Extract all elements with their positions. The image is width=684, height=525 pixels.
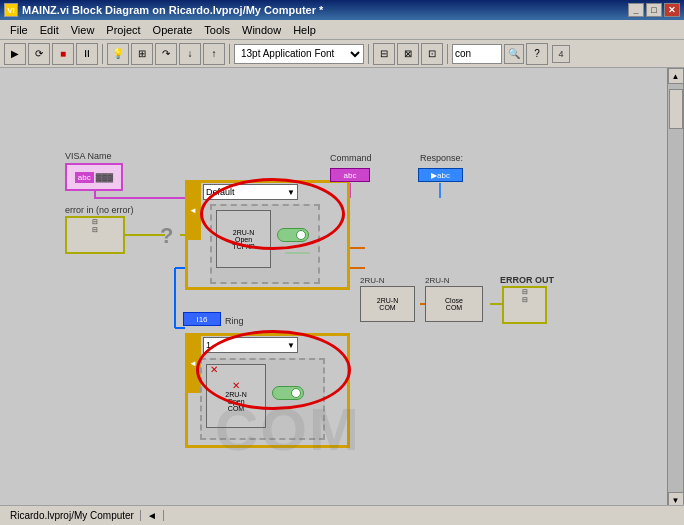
visa-name-label: VISA Name <box>65 151 112 161</box>
top-open-label: Open <box>235 236 252 243</box>
vertical-scrollbar[interactable]: ▲ ▼ <box>667 68 683 505</box>
response-abc: ▶abc <box>431 171 450 180</box>
x-mark1: ✕ <box>232 380 240 391</box>
step-into-button[interactable]: ↓ <box>179 43 201 65</box>
visa-abc-badge: abc <box>75 172 94 183</box>
sep3 <box>368 44 369 64</box>
scroll-down-button[interactable]: ▼ <box>668 492 684 505</box>
num-dropdown[interactable]: 1 ▼ <box>203 337 298 353</box>
title-bar-left: VI MAINZ.vi Block Diagram on Ricardo.lvp… <box>4 3 323 17</box>
scroll-track[interactable] <box>668 84 683 492</box>
highlight-button[interactable]: 💡 <box>107 43 129 65</box>
scroll-indicator: ◄ <box>141 510 164 521</box>
retain-wire-button[interactable]: ⊞ <box>131 43 153 65</box>
toolbar: ▶ ⟳ ■ ⏸ 💡 ⊞ ↷ ↓ ↑ 13pt Application Font … <box>0 40 684 68</box>
error-in-node: ⊟⊟ <box>65 216 125 254</box>
search-input[interactable] <box>452 44 502 64</box>
menu-file[interactable]: File <box>4 22 34 38</box>
status-bar: Ricardo.lvproj/My Computer ◄ <box>0 505 684 525</box>
command-indicator: abc <box>330 168 370 182</box>
title-bar: VI MAINZ.vi Block Diagram on Ricardo.lvp… <box>0 0 684 20</box>
app-icon: VI <box>4 3 18 17</box>
close-com-block: Close COM <box>425 286 483 322</box>
project-path: Ricardo.lvproj/My Computer <box>4 510 141 521</box>
bot-inner-block: ✕ 2RU-N Open COM ✕ <box>200 358 325 440</box>
help-button[interactable]: ? <box>526 43 548 65</box>
response-indicator: ▶abc <box>418 168 463 182</box>
error-in-content: ⊟⊟ <box>67 218 123 233</box>
mid-com-text: COM <box>379 304 395 311</box>
bot-2run-inner: 2RU-N <box>225 391 246 398</box>
font-select[interactable]: 13pt Application Font <box>234 44 364 64</box>
menu-bar: File Edit View Project Operate Tools Win… <box>0 20 684 40</box>
default-dropdown[interactable]: Default ▼ <box>203 184 298 200</box>
i16-text: I16 <box>196 315 207 324</box>
top-tcpip-label: TCP/IP <box>232 243 255 250</box>
scroll-up-button[interactable]: ▲ <box>668 68 684 84</box>
question-mark-symbol: ? <box>160 223 173 249</box>
close-label: Close <box>445 297 463 304</box>
num-dropdown-arrow: ▼ <box>287 341 295 350</box>
menu-help[interactable]: Help <box>287 22 322 38</box>
menu-tools[interactable]: Tools <box>198 22 236 38</box>
default-value: Default <box>206 187 235 197</box>
bot-case-arrow: ◄ <box>189 359 197 368</box>
visa-value-text: ▓▓▓ <box>96 173 114 182</box>
bot-case-left-tab: ◄ <box>185 333 201 393</box>
main-window: VI MAINZ.vi Block Diagram on Ricardo.lvp… <box>0 0 684 525</box>
close-com-label: COM <box>446 304 462 311</box>
menu-operate[interactable]: Operate <box>147 22 199 38</box>
tab-count: 4 <box>552 45 570 63</box>
scroll-thumb[interactable] <box>669 89 683 129</box>
top-case-left-tab: ◄ <box>185 180 201 240</box>
close-button[interactable]: ✕ <box>664 3 680 17</box>
maximize-button[interactable]: □ <box>646 3 662 17</box>
top-case-arrow: ◄ <box>189 206 197 215</box>
search-button[interactable]: 🔍 <box>504 44 524 64</box>
run-continuously-button[interactable]: ⟳ <box>28 43 50 65</box>
menu-project[interactable]: Project <box>100 22 146 38</box>
top-toggle-switch[interactable] <box>277 228 309 242</box>
top-2run-label: 2RU-N <box>233 229 254 236</box>
resize-button[interactable]: ⊡ <box>421 43 443 65</box>
top-subblock-tcpip: 2RU-N Open TCP/IP <box>216 210 271 268</box>
command-abc: abc <box>344 171 357 180</box>
wires-layer <box>0 68 683 505</box>
bot-toggle-handle <box>291 388 301 398</box>
mid-2run-text: 2RU-N <box>377 297 398 304</box>
ring-label: Ring <box>225 316 244 326</box>
bot-toggle-switch[interactable] <box>272 386 304 400</box>
distribute-button[interactable]: ⊠ <box>397 43 419 65</box>
sep4 <box>447 44 448 64</box>
minimize-button[interactable]: _ <box>628 3 644 17</box>
bot-2run-label-top: 2RU-N <box>425 276 449 285</box>
error-in-label: error in (no error) <box>65 205 134 215</box>
abort-button[interactable]: ■ <box>52 43 74 65</box>
error-out-label: ERROR OUT <box>500 275 554 285</box>
x-mark2: ✕ <box>210 364 218 375</box>
run-button[interactable]: ▶ <box>4 43 26 65</box>
step-over-button[interactable]: ↷ <box>155 43 177 65</box>
bot-open-label: Open <box>227 398 244 405</box>
top-inner-block: 2RU-N Open TCP/IP <box>210 204 320 284</box>
content-area: VISA Name abc ▓▓▓ error in (no error) ⊟⊟… <box>0 68 684 505</box>
sep1 <box>102 44 103 64</box>
num-value: 1 <box>206 340 211 350</box>
error-out-node: ⊟⊟ <box>502 286 547 324</box>
bot-com-inner: COM <box>228 405 244 412</box>
diagram-canvas[interactable]: VISA Name abc ▓▓▓ error in (no error) ⊟⊟… <box>0 68 684 505</box>
menu-view[interactable]: View <box>65 22 101 38</box>
command-label: Command <box>330 153 372 163</box>
error-out-content: ⊟⊟ <box>504 288 545 303</box>
pause-button[interactable]: ⏸ <box>76 43 98 65</box>
align-button[interactable]: ⊟ <box>373 43 395 65</box>
mid-com-block: 2RU-N COM <box>360 286 415 322</box>
menu-window[interactable]: Window <box>236 22 287 38</box>
menu-edit[interactable]: Edit <box>34 22 65 38</box>
dropdown-arrow: ▼ <box>287 188 295 197</box>
window-title: MAINZ.vi Block Diagram on Ricardo.lvproj… <box>22 4 323 16</box>
i16-indicator: I16 <box>183 312 221 326</box>
sep2 <box>229 44 230 64</box>
visa-name-node: abc ▓▓▓ <box>65 163 123 191</box>
step-out-button[interactable]: ↑ <box>203 43 225 65</box>
